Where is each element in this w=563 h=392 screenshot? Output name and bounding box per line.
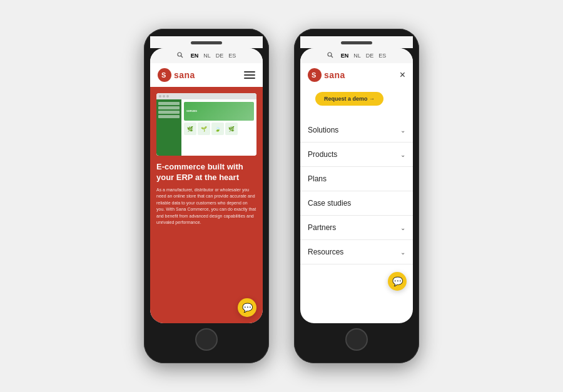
phone2-top-nav: EN NL DE ES [300,48,413,63]
request-demo-button[interactable]: Request a demo → [315,92,383,106]
phone1-home-button[interactable] [195,328,218,351]
phone1-speaker [191,41,222,44]
svg-text:S: S [312,71,316,79]
lang-de[interactable]: DE [216,53,224,59]
svg-point-0 [178,53,181,56]
phone1-header: S sana [150,63,263,87]
mock-hero-text: SHRUBS [186,109,197,113]
chevron-products-icon: ⌄ [400,151,405,158]
phone2-speaker [341,41,372,44]
phone2-screen: EN NL DE ES S sana × [300,48,413,323]
phone1-hero: SHRUBS 🌿 🌱 🍃 🌿 [150,87,263,323]
sana-logo[interactable]: S sana [158,68,195,82]
svg-text:S: S [161,71,166,79]
chevron-resources-icon: ⌄ [400,249,405,256]
menu-item-case-studies-label: Case studies [308,199,351,208]
menu-item-solutions-label: Solutions [308,126,338,134]
phone2-sana-logo-text: sana [324,70,345,80]
hero-image-mockup: SHRUBS 🌿 🌱 🍃 🌿 [156,93,256,156]
phone1-speaker-area [150,36,263,48]
page-container: EN NL DE ES S sana [131,16,432,376]
menu-item-plans-label: Plans [308,174,327,183]
phone2-chat-icon: 💬 [392,276,403,286]
phone2-menu-header: S sana × [300,63,413,87]
chevron-solutions-icon: ⌄ [400,127,405,134]
hero-title: E-commerce built with your ERP at the he… [156,162,256,183]
close-menu-button[interactable]: × [400,70,405,80]
phone1: EN NL DE ES S sana [144,29,269,363]
svg-line-1 [181,56,183,58]
mock-browser: SHRUBS 🌿 🌱 🍃 🌿 [156,93,256,156]
menu-item-products[interactable]: Products ⌄ [300,143,413,167]
menu-item-partners[interactable]: Partners ⌄ [300,216,413,240]
phone2: EN NL DE ES S sana × [294,29,419,363]
phone2-menu-items: Solutions ⌄ Products ⌄ Plans Case studie… [300,118,413,323]
svg-point-4 [328,53,332,56]
svg-line-5 [331,56,333,58]
phone2-chat-bubble[interactable]: 💬 [388,272,407,291]
menu-item-resources-label: Resources [308,248,343,256]
phone2-sana-logo-icon: S [308,68,322,82]
phone1-top-nav: EN NL DE ES [150,48,263,63]
lang-nl[interactable]: NL [203,53,211,59]
chat-bubble[interactable]: 💬 [238,298,256,317]
menu-item-products-label: Products [308,150,337,159]
menu-item-plans[interactable]: Plans [300,167,413,191]
phone2-lang-de[interactable]: DE [366,53,374,59]
lang-es[interactable]: ES [228,53,236,59]
hamburger-icon[interactable] [244,71,255,79]
sana-logo-icon: S [158,68,171,82]
phone2-lang-en[interactable]: EN [341,53,349,59]
phone2-search-icon[interactable] [327,52,333,59]
phone2-lang-es[interactable]: ES [378,53,386,59]
chevron-partners-icon: ⌄ [400,224,405,231]
mock-main-content: SHRUBS 🌿 🌱 🍃 🌿 [181,99,256,156]
menu-item-solutions[interactable]: Solutions ⌄ [300,118,413,143]
chat-icon: 💬 [242,303,253,313]
sana-logo-text: sana [174,70,195,80]
phone1-screen: EN NL DE ES S sana [150,48,263,323]
menu-item-resources[interactable]: Resources ⌄ [300,240,413,264]
hero-body: As a manufacturer, distributor or wholes… [156,187,256,226]
phone2-speaker-area [300,36,413,48]
search-icon[interactable] [177,52,183,59]
menu-item-partners-label: Partners [308,223,336,232]
phone2-sana-logo[interactable]: S sana [308,68,345,82]
menu-item-case-studies[interactable]: Case studies [300,191,413,216]
phone2-lang-nl[interactable]: NL [353,53,361,59]
lang-en[interactable]: EN [191,53,199,59]
mock-sidebar-nav [156,99,181,156]
phone2-home-button[interactable] [345,328,368,351]
